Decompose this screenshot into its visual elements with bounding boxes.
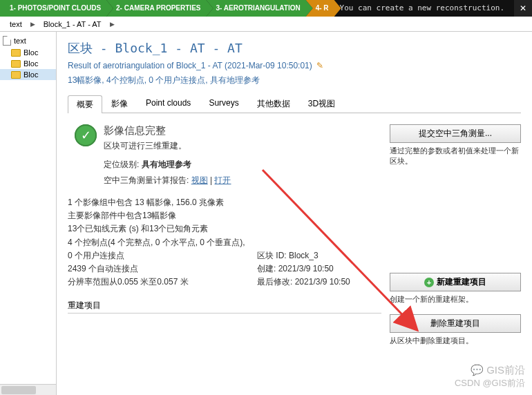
watermark: 💬 GIS前沿 CSDN @GIS前沿: [455, 364, 525, 389]
chevron-right-icon: ▶: [30, 21, 35, 28]
actions-sidebar: 提交空中三角测量... 通过完整的参数或者初值来处理一个新区块。 + 新建重建项…: [390, 124, 521, 356]
info-status-sub: 区块可进行三维重建。: [104, 140, 187, 152]
close-icon[interactable]: ✕: [514, 3, 532, 13]
file-icon: [3, 36, 11, 46]
step-aero[interactable]: 3- AEROTRIANGULATION: [206, 0, 312, 17]
block-title: 区块 - Block_1 - AT - AT: [68, 40, 521, 57]
submit-aero-button[interactable]: 提交空中三角测量...: [390, 124, 521, 143]
breadcrumb-item[interactable]: text: [10, 20, 22, 28]
breadcrumb-item[interactable]: Block_1 - AT - AT: [44, 20, 102, 28]
folder-icon: [11, 49, 21, 57]
rebuild-section-header: 重建项目: [68, 300, 381, 314]
open-report-link[interactable]: 打开: [214, 175, 231, 185]
tabs: 概要 影像 Point clouds Surveys 其他数据 3D视图: [68, 95, 521, 113]
tab-overview[interactable]: 概要: [68, 95, 102, 113]
workflow-steps: 1- PHOTOS/POINT CLOUDS 2- CAMERA PROPERT…: [0, 0, 532, 17]
tab-surveys[interactable]: Surveys: [200, 95, 247, 113]
info-status-title: 影像信息完整: [104, 124, 187, 137]
delete-reconstruction-button[interactable]: 删除重建项目: [390, 314, 521, 333]
report-line: 空中三角测量计算报告: 视图 | 打开: [104, 175, 381, 186]
project-tree: text Bloc Bloc Bloc: [0, 32, 57, 395]
plus-icon: +: [424, 278, 434, 287]
new-reconstruction-desc: 创建一个新的重建框架。: [390, 294, 521, 305]
tree-item[interactable]: Bloc: [0, 47, 56, 58]
step-photos[interactable]: 1- PHOTOS/POINT CLOUDS: [0, 0, 113, 17]
chevron-right-icon: ▶: [110, 21, 115, 28]
new-reconstruction-button[interactable]: + 新建重建项目: [390, 273, 521, 291]
scrollbar-horizontal[interactable]: [0, 384, 56, 395]
tree-root[interactable]: text: [0, 35, 56, 47]
tab-pointclouds[interactable]: Point clouds: [137, 95, 200, 113]
positioning-level: 定位级别: 具有地理参考: [104, 159, 381, 171]
block-subtitle: Result of aerotriangulation of Block_1 -…: [68, 61, 521, 70]
tab-otherdata[interactable]: 其他数据: [248, 95, 299, 113]
view-report-link[interactable]: 视图: [191, 175, 208, 185]
check-icon: ✓: [75, 124, 97, 146]
delete-reconstruction-desc: 从区块中删除重建项目。: [390, 336, 521, 346]
tree-item[interactable]: Bloc: [0, 58, 56, 69]
stats-block: 1 个影像组中包含 13 幅影像, 156.0 兆像素 主要影像部件中包含13幅…: [68, 196, 381, 289]
step-camera[interactable]: 2- CAMERA PROPERTIES: [106, 0, 213, 17]
folder-icon: [11, 60, 21, 68]
content-panel: 区块 - Block_1 - AT - AT Result of aerotri…: [57, 32, 532, 395]
breadcrumb: text ▶ Block_1 - AT - AT ▶: [0, 17, 532, 32]
block-summary: 13幅影像, 4个控制点, 0 个用户连接点, 具有地理参考: [68, 75, 521, 86]
tab-images[interactable]: 影像: [102, 95, 137, 113]
status-message: You can create a new reconstruction.: [334, 0, 514, 17]
tree-item-selected[interactable]: Bloc: [0, 69, 56, 80]
edit-icon[interactable]: ✎: [316, 61, 323, 70]
tab-3dview[interactable]: 3D视图: [299, 95, 344, 113]
submit-aero-desc: 通过完整的参数或者初值来处理一个新区块。: [390, 146, 521, 166]
folder-icon: [11, 71, 21, 79]
